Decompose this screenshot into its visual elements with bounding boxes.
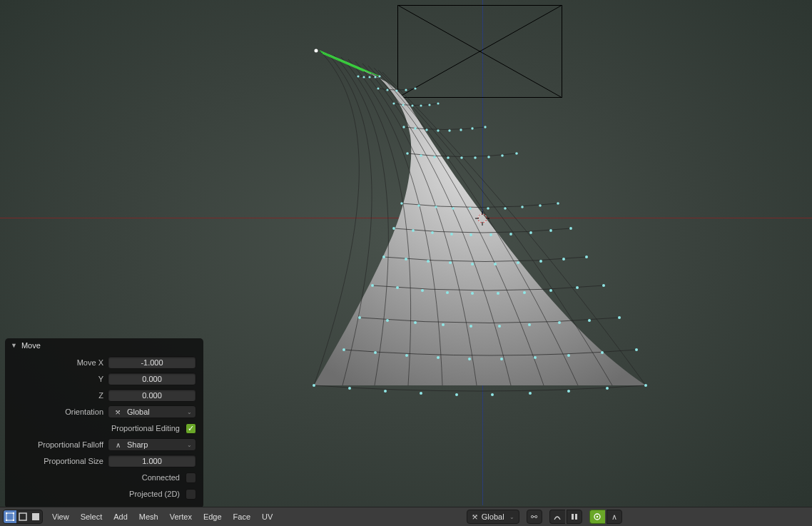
falloff-dropdown[interactable]: ∧ Sharp ⌄ [108, 438, 196, 451]
transform-orientation-dropdown[interactable]: ⤧ Global ⌄ [467, 510, 519, 524]
face-select-mode[interactable] [29, 510, 42, 523]
chevron-down-icon: ⌄ [187, 409, 192, 415]
axis-x-line [0, 218, 812, 218]
svg-point-118 [6, 520, 7, 521]
falloff-label: Proportional Falloff [12, 440, 103, 449]
operator-title: Move [21, 341, 41, 350]
prop-edit-falloff-dropdown[interactable]: ∧ [607, 510, 622, 524]
snap-mode-2[interactable] [567, 510, 582, 524]
transform-orientation-value: Global [482, 512, 504, 521]
menu-mesh[interactable]: Mesh [134, 510, 163, 523]
svg-point-116 [6, 512, 7, 514]
menu-select[interactable]: Select [76, 510, 108, 523]
orientation-dropdown[interactable]: ⤧ Global ⌄ [108, 405, 196, 418]
prop-edit-label: Proportional Editing [12, 424, 181, 433]
prop-size-field[interactable]: 1.000 [108, 455, 196, 467]
svg-rect-123 [575, 514, 577, 520]
svg-rect-122 [572, 514, 574, 520]
menu-face[interactable]: Face [228, 510, 255, 523]
svg-rect-120 [19, 513, 26, 520]
menu-view[interactable]: View [47, 510, 74, 523]
magnet-icon: ⚯ [531, 512, 537, 522]
move-z-label: Z [12, 391, 103, 400]
chevron-down-icon: ⌄ [509, 514, 514, 520]
menu-edge[interactable]: Edge [198, 510, 227, 523]
svg-rect-115 [6, 513, 14, 520]
move-x-label: Move X [12, 358, 103, 367]
connected-label: Connected [12, 473, 181, 482]
axes-icon: ⤧ [472, 512, 478, 522]
select-mode-buttons [3, 510, 43, 524]
svg-rect-121 [32, 513, 39, 520]
menu-add[interactable]: Add [108, 510, 133, 523]
svg-point-125 [597, 516, 599, 518]
operator-panel-header[interactable]: ▼ Move [5, 338, 203, 353]
prop-edit-toggle[interactable] [589, 510, 605, 524]
falloff-value: Sharp [127, 440, 148, 449]
disclosure-triangle-icon: ▼ [11, 342, 17, 349]
menu-uv[interactable]: UV [257, 510, 278, 523]
prop-size-label: Proportional Size [12, 457, 103, 465]
snap-mode-1[interactable] [549, 510, 565, 524]
move-y-label: Y [12, 375, 103, 383]
move-x-field[interactable]: -1.000 [108, 356, 196, 369]
falloff-sharp-icon: ∧ [611, 512, 617, 522]
orientation-value: Global [127, 408, 150, 416]
viewport-header: View Select Add Mesh Vertex Edge Face UV… [0, 507, 812, 526]
menu-vertex[interactable]: Vertex [165, 510, 197, 523]
projected-label: Projected (2D) [12, 490, 181, 498]
snap-toggle[interactable]: ⚯ [527, 510, 542, 524]
vertex-select-mode[interactable] [4, 510, 16, 523]
connected-checkbox[interactable] [186, 472, 196, 483]
svg-point-119 [13, 520, 14, 521]
operator-panel: ▼ Move Move X -1.000 Y 0.000 Z 0.000 Ori… [5, 338, 203, 508]
check-icon: ✓ [188, 424, 194, 433]
orientation-label: Orientation [12, 408, 103, 416]
camera-outline [397, 5, 562, 98]
prop-edit-checkbox[interactable]: ✓ [186, 423, 196, 434]
edge-select-mode[interactable] [16, 510, 29, 523]
move-z-field[interactable]: 0.000 [108, 389, 196, 402]
projected-checkbox[interactable] [186, 489, 196, 500]
svg-point-117 [13, 512, 14, 514]
cursor-3d-icon [475, 211, 489, 226]
chevron-down-icon: ⌄ [187, 442, 192, 448]
move-y-field[interactable]: 0.000 [108, 373, 196, 385]
axes-icon: ⤧ [113, 408, 123, 416]
falloff-sharp-icon: ∧ [113, 441, 123, 449]
